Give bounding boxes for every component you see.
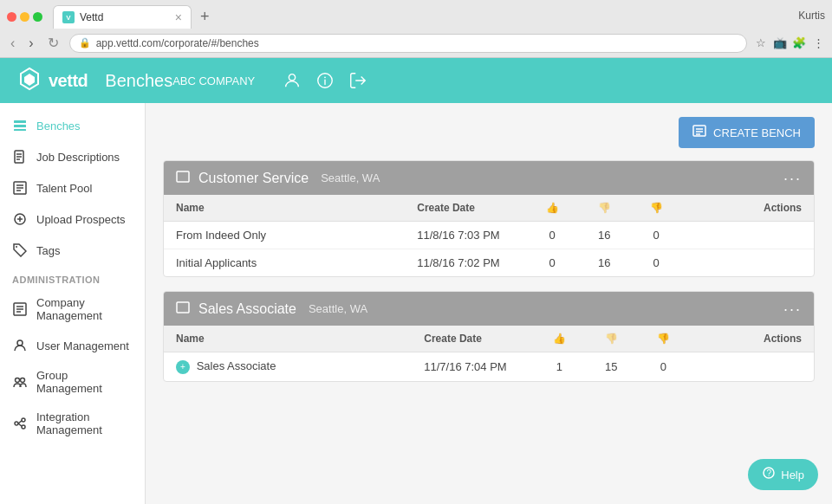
address-bar-row: ‹ › ↻ 🔒 app.vettd.com/corporate/#/benche… (0, 29, 832, 57)
app-logo: vettd (17, 67, 88, 95)
url-bar[interactable]: 🔒 app.vettd.com/corporate/#/benches (69, 34, 747, 53)
row-name: Initial Applicants (164, 249, 405, 277)
svg-point-2 (289, 74, 296, 81)
cast-icon[interactable]: 📺 (773, 36, 787, 50)
sidebar-label-talent-pool: Talent Pool (36, 182, 92, 195)
svg-rect-7 (14, 125, 26, 127)
lock-icon: 🔒 (79, 37, 91, 48)
app-container: Benches Job Descriptions Talent Pool Upl… (0, 103, 832, 504)
sidebar-item-company-management[interactable]: Company Management (0, 288, 145, 330)
bench-header-sales-associate: Sales Associate Seattle, WA ··· (164, 292, 814, 326)
svg-point-27 (21, 378, 25, 383)
group-management-icon (12, 374, 28, 390)
sidebar-item-group-management[interactable]: Group Management (0, 361, 145, 403)
row-create-date: 11/8/16 7:02 PM (405, 249, 526, 277)
sidebar-item-talent-pool[interactable]: Talent Pool (0, 172, 145, 204)
sidebar-label-upload-prospects: Upload Prospects (36, 213, 126, 226)
sidebar-item-benches[interactable]: Benches (0, 110, 145, 141)
bench-menu-sales-associate[interactable]: ··· (783, 301, 802, 317)
col-actions: Actions (689, 326, 814, 352)
create-bench-button[interactable]: CREATE BENCH (679, 117, 815, 148)
svg-rect-38 (177, 302, 189, 313)
bench-title-sales-associate: Sales Associate (198, 301, 296, 317)
minimize-traffic-light[interactable] (20, 12, 29, 22)
sidebar-label-group-management: Group Management (36, 369, 133, 395)
bench-card-customer-service: Customer Service Seattle, WA ··· Name Cr… (163, 160, 815, 277)
star-icon[interactable]: ☆ (754, 36, 768, 50)
col-name: Name (164, 326, 412, 352)
bench-table-customer-service: Name Create Date 👍 👎 👎 Actions (164, 195, 814, 276)
col-thumb-down: 👎 (637, 326, 689, 352)
help-button[interactable]: ? Help (748, 459, 818, 490)
tags-icon (12, 242, 28, 258)
thumbs-up-icon: 👍 (553, 333, 566, 345)
back-button[interactable]: ‹ (7, 34, 18, 53)
integration-management-icon (12, 416, 28, 431)
sidebar: Benches Job Descriptions Talent Pool Upl… (0, 103, 146, 504)
browser-user: Kurtis (798, 10, 825, 25)
extension-icon[interactable]: 🧩 (792, 36, 806, 50)
sidebar-label-integration-management: Integration Management (36, 410, 133, 436)
header-right: ABC COMPANY (172, 71, 367, 90)
bench-location-customer-service: Seattle, WA (321, 171, 380, 184)
sidebar-item-integration-management[interactable]: Integration Management (0, 403, 145, 444)
svg-marker-1 (24, 74, 35, 86)
col-create-date: Create Date (405, 195, 526, 222)
sidebar-item-job-descriptions[interactable]: Job Descriptions (0, 141, 145, 172)
page-title: Benches (105, 71, 172, 91)
sidebar-item-user-management[interactable]: User Management (0, 330, 145, 361)
svg-line-32 (18, 423, 22, 426)
bench-menu-customer-service[interactable]: ··· (783, 171, 802, 186)
create-bench-icon (692, 124, 706, 141)
user-icon[interactable] (283, 71, 302, 90)
row-count-up: 1 (533, 352, 585, 382)
svg-point-30 (22, 425, 25, 429)
tab-title: Vettd (80, 11, 103, 23)
sidebar-label-company-management: Company Management (36, 296, 133, 322)
thumbs-sideways-icon: 👎 (598, 202, 611, 214)
bench-header-customer-service: Customer Service Seattle, WA ··· (164, 161, 814, 195)
logo-icon (17, 67, 42, 95)
sidebar-item-tags[interactable]: Tags (0, 235, 145, 266)
row-actions (682, 222, 814, 249)
upload-prospects-icon (12, 211, 28, 227)
forward-button[interactable]: › (25, 34, 36, 53)
table-row: + Sales Associate 11/7/16 7:04 PM 1 15 0 (164, 352, 814, 382)
bench-table-header: Name Create Date 👍 👎 👎 Actions (164, 326, 814, 352)
help-label: Help (781, 468, 804, 481)
row-count-neutral: 16 (578, 222, 630, 249)
row-count-neutral: 15 (585, 352, 637, 382)
col-actions: Actions (682, 195, 814, 222)
row-count-down: 0 (637, 352, 689, 382)
bench-title-customer-service: Customer Service (198, 171, 309, 186)
row-actions (689, 352, 814, 382)
svg-rect-6 (14, 120, 26, 123)
col-create-date: Create Date (412, 326, 533, 352)
active-tab[interactable]: V Vettd × (53, 5, 192, 29)
more-icon[interactable]: ⋮ (811, 36, 825, 50)
table-row: Initial Applicants 11/8/16 7:02 PM 0 16 … (164, 249, 814, 277)
refresh-button[interactable]: ↻ (44, 33, 62, 53)
company-management-icon (12, 301, 28, 317)
new-tab-button[interactable]: + (195, 8, 215, 26)
sidebar-label-tags: Tags (36, 244, 60, 257)
bench-card-sales-associate: Sales Associate Seattle, WA ··· Name Cre… (163, 291, 815, 382)
close-traffic-light[interactable] (7, 12, 16, 22)
tab-favicon: V (62, 11, 75, 23)
info-icon[interactable] (315, 71, 335, 90)
url-text: app.vettd.com/corporate/#/benches (96, 37, 259, 49)
browser-chrome: V Vettd × + Kurtis ‹ › ↻ 🔒 app.vettd.com… (0, 0, 832, 58)
traffic-lights (7, 12, 42, 22)
col-name: Name (164, 195, 405, 222)
logo-text: vettd (49, 71, 88, 91)
sidebar-label-user-management: User Management (36, 339, 129, 352)
tab-close-icon[interactable]: × (175, 10, 182, 24)
svg-point-28 (15, 422, 18, 425)
maximize-traffic-light[interactable] (33, 12, 42, 22)
logout-icon[interactable] (348, 71, 367, 90)
browser-toolbar-icons: ☆ 📺 🧩 ⋮ (754, 36, 825, 50)
sidebar-item-upload-prospects[interactable]: Upload Prospects (0, 204, 145, 235)
row-actions (682, 249, 814, 277)
svg-rect-8 (14, 129, 26, 131)
talent-pool-icon (12, 180, 28, 196)
